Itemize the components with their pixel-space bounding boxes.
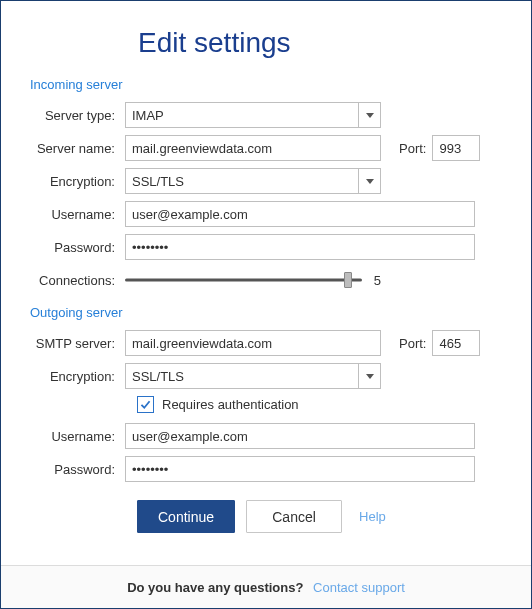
- requires-auth-checkbox[interactable]: [137, 396, 154, 413]
- server-type-label: Server type:: [30, 108, 125, 123]
- smtp-server-label: SMTP server:: [30, 336, 125, 351]
- incoming-username-input[interactable]: [125, 201, 475, 227]
- outgoing-port-label: Port:: [399, 336, 426, 351]
- footer-question: Do you have any questions?: [127, 580, 303, 595]
- outgoing-password-input[interactable]: [125, 456, 475, 482]
- outgoing-encryption-label: Encryption:: [30, 369, 125, 384]
- server-type-value: IMAP: [126, 108, 358, 123]
- chevron-down-icon: [358, 169, 380, 193]
- footer: Do you have any questions? Contact suppo…: [1, 565, 531, 608]
- contact-support-link[interactable]: Contact support: [313, 580, 405, 595]
- connections-slider[interactable]: [125, 273, 362, 287]
- outgoing-port-input[interactable]: [432, 330, 480, 356]
- incoming-username-label: Username:: [30, 207, 125, 222]
- incoming-password-input[interactable]: [125, 234, 475, 260]
- check-icon: [139, 398, 152, 411]
- outgoing-encryption-select[interactable]: SSL/TLS: [125, 363, 381, 389]
- incoming-encryption-value: SSL/TLS: [126, 174, 358, 189]
- slider-track: [125, 279, 362, 282]
- requires-auth-label: Requires authentication: [162, 397, 299, 412]
- continue-button[interactable]: Continue: [137, 500, 235, 533]
- incoming-port-input[interactable]: [432, 135, 480, 161]
- incoming-encryption-select[interactable]: SSL/TLS: [125, 168, 381, 194]
- incoming-port-label: Port:: [399, 141, 426, 156]
- chevron-down-icon: [358, 103, 380, 127]
- outgoing-password-label: Password:: [30, 462, 125, 477]
- outgoing-username-input[interactable]: [125, 423, 475, 449]
- server-type-select[interactable]: IMAP: [125, 102, 381, 128]
- connections-label: Connections:: [30, 273, 125, 288]
- page-title: Edit settings: [138, 27, 502, 59]
- chevron-down-icon: [358, 364, 380, 388]
- cancel-button[interactable]: Cancel: [246, 500, 342, 533]
- incoming-section-title: Incoming server: [30, 77, 502, 92]
- slider-thumb[interactable]: [344, 272, 352, 288]
- outgoing-username-label: Username:: [30, 429, 125, 444]
- connections-value: 5: [374, 273, 381, 288]
- help-link[interactable]: Help: [359, 509, 386, 524]
- smtp-server-input[interactable]: [125, 330, 381, 356]
- server-name-label: Server name:: [30, 141, 125, 156]
- outgoing-encryption-value: SSL/TLS: [126, 369, 358, 384]
- server-name-input[interactable]: [125, 135, 381, 161]
- settings-form: Edit settings Incoming server Server typ…: [1, 1, 531, 565]
- outgoing-section-title: Outgoing server: [30, 305, 502, 320]
- incoming-password-label: Password:: [30, 240, 125, 255]
- incoming-encryption-label: Encryption:: [30, 174, 125, 189]
